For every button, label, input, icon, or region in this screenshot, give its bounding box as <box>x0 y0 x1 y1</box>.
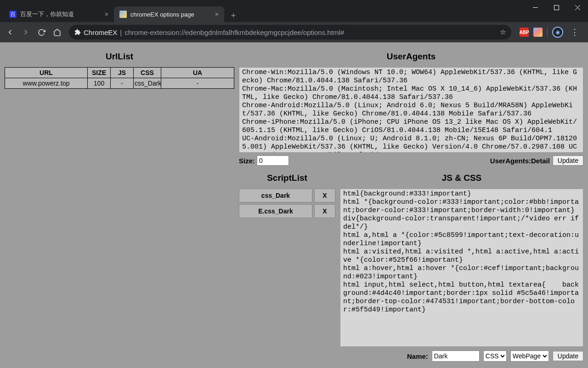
panel-scriptlist: ScriptList css_Dark X E.css_Dark X <box>239 170 335 362</box>
window-close[interactable] <box>567 0 588 15</box>
useragents-update-button[interactable]: Update <box>553 155 583 166</box>
panel-jscss: JS & CSS Name: CSS JS WebPage Update <box>340 170 583 362</box>
window-controls <box>525 0 588 15</box>
url-table: URL SIZE JS CSS UA www.powerz.top 100 - … <box>5 67 234 89</box>
script-delete-button[interactable]: X <box>314 189 335 202</box>
urllist-title: UrlList <box>5 52 234 62</box>
jscss-textarea[interactable] <box>340 189 583 347</box>
tab-title: 百度一下，你就知道 <box>20 10 74 18</box>
url-text: chrome-extension://edenbgdnlmfalhfkmbdek… <box>124 29 344 36</box>
close-icon[interactable]: × <box>105 11 108 18</box>
name-label: Name: <box>407 352 428 360</box>
svg-rect-1 <box>554 5 559 10</box>
divider <box>547 28 548 37</box>
profile-avatar[interactable]: ◉ <box>552 27 563 38</box>
jscss-update-button[interactable]: Update <box>553 351 583 361</box>
table-header-row: URL SIZE JS CSS UA <box>5 68 234 78</box>
home-button[interactable] <box>51 26 63 39</box>
jscss-title: JS & CSS <box>340 173 583 183</box>
col-ua: UA <box>161 68 234 78</box>
col-css: CSS <box>134 68 161 78</box>
script-name-button[interactable]: E.css_Dark <box>239 204 312 218</box>
baidu-favicon-icon: 百 <box>9 11 17 18</box>
window-minimize[interactable] <box>525 0 546 15</box>
panel-urllist: UrlList URL SIZE JS CSS UA www.powerz.to… <box>5 49 234 362</box>
page-content: UrlList URL SIZE JS CSS UA www.powerz.to… <box>0 42 588 368</box>
size-label: Size: <box>239 157 255 165</box>
tab-baidu[interactable]: 百 百度一下，你就知道 × <box>4 6 114 22</box>
script-delete-button[interactable]: X <box>314 204 335 218</box>
col-size: SIZE <box>88 68 111 78</box>
size-input[interactable] <box>257 155 289 166</box>
omnibox[interactable]: ChromeEX | chrome-extension://edenbgdnlm… <box>69 25 511 40</box>
bookmark-star-icon[interactable]: ☆ <box>500 28 506 36</box>
cell-css: css_Dark <box>134 78 161 89</box>
useragents-title: UserAgents <box>239 52 583 62</box>
cell-size: 100 <box>88 78 111 89</box>
tab-chromeex[interactable]: chromeEX options page × <box>114 6 224 22</box>
cell-ua: - <box>161 78 234 89</box>
extension-icon[interactable] <box>533 28 543 37</box>
new-tab-button[interactable]: + <box>227 9 240 22</box>
useragents-textarea[interactable] <box>239 67 583 153</box>
col-js: JS <box>111 68 134 78</box>
script-item: css_Dark X <box>239 189 335 202</box>
tab-strip: 百 百度一下，你就知道 × chromeEX options page × + <box>0 4 588 22</box>
name-input[interactable] <box>432 351 480 362</box>
cell-url: www.powerz.top <box>5 78 88 89</box>
script-name-button[interactable]: css_Dark <box>239 189 312 202</box>
extension-indicator: ChromeEX <box>74 29 117 36</box>
tab-title: chromeEX options page <box>130 11 194 18</box>
cell-js: - <box>111 78 134 89</box>
back-button[interactable] <box>4 26 17 39</box>
type-select[interactable]: CSS JS <box>483 351 507 362</box>
close-icon[interactable]: × <box>215 11 219 18</box>
table-row[interactable]: www.powerz.top 100 - css_Dark - <box>5 78 234 89</box>
browser-chrome: 百 百度一下，你就知道 × chromeEX options page × + … <box>0 0 588 42</box>
col-url: URL <box>5 68 88 78</box>
scriptlist-title: ScriptList <box>239 173 335 183</box>
toolbar: ChromeEX | chrome-extension://edenbgdnlm… <box>0 22 588 42</box>
script-item: E.css_Dark X <box>239 204 335 218</box>
menu-button[interactable]: ⋮ <box>568 27 582 37</box>
scope-select[interactable]: WebPage <box>510 351 549 362</box>
extension-favicon-icon <box>119 11 127 18</box>
useragents-detail-label: UserAgents:Detail <box>490 157 550 165</box>
reload-button[interactable] <box>35 26 48 39</box>
adblock-icon[interactable]: ABP <box>520 28 529 37</box>
extension-icons: ABP ◉ ⋮ <box>517 27 584 38</box>
window-maximize[interactable] <box>546 0 567 15</box>
forward-button[interactable] <box>19 26 32 39</box>
